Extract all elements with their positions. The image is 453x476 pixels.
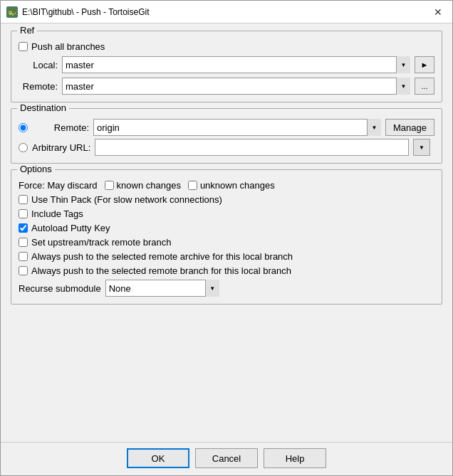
set-upstream-row: Set upstream/track remote branch <box>19 237 434 248</box>
unknown-changes-group: unknown changes <box>188 180 275 191</box>
thin-pack-label: Use Thin Pack (For slow network connecti… <box>31 194 222 205</box>
recurse-submodule-label: Recurse submodule <box>19 283 101 294</box>
dest-arb-label: Arbitrary URL: <box>32 142 90 153</box>
include-tags-checkbox[interactable] <box>19 209 28 218</box>
arb-dropdown-arrow[interactable]: ▼ <box>413 139 430 156</box>
remote-ref-label: Remote: <box>19 81 58 92</box>
dialog-content: Ref Push all branches Local: master ▼ ► … <box>1 23 452 442</box>
force-row: Force: May discard known changes unknown… <box>19 180 434 191</box>
dest-arb-row: Arbitrary URL: ▼ <box>19 139 434 156</box>
known-changes-checkbox[interactable] <box>105 181 114 190</box>
unknown-changes-label: unknown changes <box>200 180 275 191</box>
cancel-button[interactable]: Cancel <box>195 448 258 468</box>
push-all-branches-row: Push all branches <box>19 41 434 52</box>
known-changes-label: known changes <box>117 180 181 191</box>
bottom-buttons: OK Cancel Help <box>1 442 452 475</box>
dest-remote-radio[interactable] <box>19 123 28 132</box>
always-push-branch-label: Always push to the selected remote branc… <box>31 265 291 276</box>
remote-ref-select-wrapper: master ▼ <box>62 78 410 95</box>
arbitrary-url-input[interactable] <box>95 139 409 156</box>
recurse-select[interactable]: None Check On-demand <box>105 280 219 297</box>
local-select-wrapper: master ▼ <box>62 56 410 73</box>
close-button[interactable]: ✕ <box>429 4 447 21</box>
ref-group-label: Ref <box>17 25 37 36</box>
arb-select-wrapper: ▼ <box>413 139 434 156</box>
push-all-branches-checkbox[interactable] <box>19 42 28 51</box>
titlebar-left: 🐢 E:\BIT\github\ - Push - TortoiseGit <box>6 6 150 18</box>
set-upstream-label: Set upstream/track remote branch <box>31 237 172 248</box>
autoload-putty-checkbox[interactable] <box>19 223 28 233</box>
set-upstream-checkbox[interactable] <box>19 238 28 247</box>
autoload-putty-label: Autoload Putty Key <box>31 223 110 233</box>
titlebar: 🐢 E:\BIT\github\ - Push - TortoiseGit ✕ <box>1 1 452 23</box>
local-label: Local: <box>19 60 58 70</box>
always-push-branch-checkbox[interactable] <box>19 266 28 275</box>
manage-button[interactable]: Manage <box>385 119 434 136</box>
include-tags-label: Include Tags <box>31 208 83 219</box>
force-label: Force: May discard <box>19 180 98 191</box>
dest-arb-radio[interactable] <box>19 143 28 152</box>
thin-pack-row: Use Thin Pack (For slow network connecti… <box>19 194 434 205</box>
options-group: Options Force: May discard known changes… <box>11 169 442 305</box>
dest-remote-select[interactable]: origin <box>93 119 381 136</box>
always-push-branch-row: Always push to the selected remote branc… <box>19 265 434 276</box>
recurse-submodule-row: Recurse submodule None Check On-demand ▼ <box>19 280 434 297</box>
destination-group-label: Destination <box>17 102 69 113</box>
always-push-archive-row: Always push to the selected remote archi… <box>19 251 434 262</box>
app-icon: 🐢 <box>6 6 18 18</box>
local-select[interactable]: master <box>62 56 410 73</box>
autoload-putty-row: Autoload Putty Key <box>19 223 434 233</box>
window-title: E:\BIT\github\ - Push - TortoiseGit <box>22 7 150 17</box>
help-button[interactable]: Help <box>264 448 326 468</box>
unknown-changes-checkbox[interactable] <box>188 181 197 190</box>
push-all-branches-label: Push all branches <box>31 41 105 52</box>
known-changes-group: known changes <box>105 180 181 191</box>
destination-group: Destination Remote: origin ▼ Manage Arbi… <box>11 108 442 164</box>
always-push-archive-checkbox[interactable] <box>19 252 28 261</box>
remote-ref-row: Remote: master ▼ ... <box>19 78 434 95</box>
remote-ref-select[interactable]: master <box>62 78 410 95</box>
dest-remote-label: Remote: <box>32 122 89 133</box>
main-window: 🐢 E:\BIT\github\ - Push - TortoiseGit ✕ … <box>0 0 453 476</box>
remote-ref-dots-button[interactable]: ... <box>415 78 434 95</box>
local-arrow-button[interactable]: ► <box>415 56 434 73</box>
ref-group: Ref Push all branches Local: master ▼ ► … <box>11 31 442 102</box>
dest-remote-row: Remote: origin ▼ Manage <box>19 119 434 136</box>
dest-remote-select-wrapper: origin ▼ <box>93 119 381 136</box>
include-tags-row: Include Tags <box>19 208 434 219</box>
recurse-select-wrapper: None Check On-demand ▼ <box>105 280 219 297</box>
always-push-archive-label: Always push to the selected remote archi… <box>31 251 293 262</box>
thin-pack-checkbox[interactable] <box>19 195 28 204</box>
local-row: Local: master ▼ ► <box>19 56 434 73</box>
options-group-label: Options <box>17 164 55 174</box>
ok-button[interactable]: OK <box>127 448 189 468</box>
